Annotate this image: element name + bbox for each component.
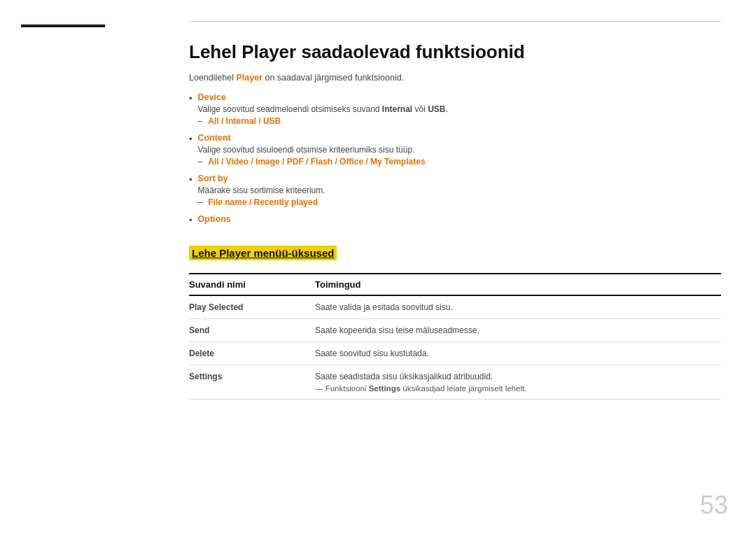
row-action-play-selected: Saate valida ja esitada soovitud sisu.: [315, 295, 721, 319]
content-area: Lehel Player saadaolevad funktsioonid Lo…: [161, 0, 756, 534]
bullet-dot-1: •: [189, 93, 192, 104]
dash-sortby: –: [198, 197, 203, 207]
table-row-settings: Settings Saate seadistada sisu üksikasja…: [189, 365, 721, 400]
row-name-send: Send: [189, 319, 315, 342]
sub-text-content: All / Video / Image / PDF / Flash / Offi…: [208, 157, 425, 167]
note-after: üksikasdjad leiate järgmiselt lehelt.: [400, 384, 526, 393]
page-container: Lehel Player saadaolevad funktsioonid Lo…: [0, 0, 756, 534]
table-row-play-selected: Play Selected Saate valida ja esitada so…: [189, 295, 721, 319]
section2-heading-box: Lehe Player menüü-üksused: [189, 246, 337, 260]
bullet-desc-sortby: Määrake sisu sortimise kriteerium.: [198, 185, 326, 195]
settings-note: ― Funktsiooni Settings üksikasdjad leiat…: [315, 384, 721, 393]
page-number: 53: [700, 491, 728, 520]
row-name-settings: Settings: [189, 365, 315, 400]
top-line: [189, 21, 721, 22]
table-row-delete: Delete Saate soovitud sisu kustutada.: [189, 342, 721, 365]
intro-text: Loendilehel Player on saadaval järgmised…: [189, 73, 721, 83]
bullet-options: • Options: [189, 214, 721, 226]
bullet-label-content: Content: [198, 133, 426, 143]
row-action-send: Saate kopeerida sisu teise mäluseadmesse…: [315, 319, 721, 342]
desc-bold1-device: Internal: [382, 104, 412, 114]
sub-text-device: All / Internal / USB: [208, 116, 281, 126]
bullet-desc-device: Valige soovitud seadmeloendi otsimiseks …: [198, 104, 448, 114]
sidebar-bar: [21, 24, 105, 27]
note-bold: Settings: [369, 384, 400, 393]
bullet-content-sec: • Content Valige soovitud sisuloendi ots…: [189, 133, 721, 167]
main-title: Lehel Player saadaolevad funktsioonid: [189, 41, 721, 63]
intro-after: on saadaval järgmised funktsioonid.: [262, 73, 404, 83]
bullet-dot-3: •: [189, 174, 192, 185]
bullet-content-options: Options: [198, 214, 231, 226]
sub-item-content: – All / Video / Image / PDF / Flash / Of…: [198, 157, 426, 167]
bullet-content-device: Device Valige soovitud seadmeloendi otsi…: [198, 92, 448, 126]
dash-device: –: [198, 116, 203, 126]
bullet-content-content: Content Valige soovitud sisuloendi otsim…: [198, 133, 426, 167]
table-row-send: Send Saate kopeerida sisu teise mälusead…: [189, 319, 721, 342]
settings-action-text: Saate seadistada sisu üksikasjalikud atr…: [315, 372, 493, 381]
table-header-row: Suvandi nimi Toimingud: [189, 274, 721, 295]
row-name-play-selected: Play Selected: [189, 295, 315, 319]
desc-before-device: Valige soovitud seadmeloendi otsimiseks …: [198, 104, 382, 114]
row-action-delete: Saate soovitud sisu kustutada.: [315, 342, 721, 365]
dash-content: –: [198, 157, 203, 167]
menu-table: Suvandi nimi Toimingud Play Selected Saa…: [189, 273, 721, 400]
sub-item-sortby: – File name / Recently played: [198, 197, 326, 207]
row-name-delete: Delete: [189, 342, 315, 365]
sidebar: [0, 0, 161, 534]
section2-heading: Lehe Player menüü-üksused: [192, 247, 334, 259]
col-header-name: Suvandi nimi: [189, 274, 315, 295]
desc-mid-device: või: [412, 104, 428, 114]
bullet-dot-4: •: [189, 215, 192, 225]
desc-after-device: .: [446, 104, 448, 114]
sub-text-sortby: File name / Recently played: [208, 197, 318, 207]
bullet-label-sortby: Sort by: [198, 174, 326, 183]
desc-bold2-device: USB: [428, 104, 445, 114]
bullet-label-options: Options: [198, 214, 231, 224]
col-header-action: Toimingud: [315, 274, 721, 295]
bullet-dot-2: •: [189, 134, 192, 144]
note-before: ― Funktsiooni: [315, 384, 369, 393]
bullet-label-device: Device: [198, 92, 448, 102]
bullet-device: • Device Valige soovitud seadmeloendi ot…: [189, 92, 721, 126]
row-action-settings: Saate seadistada sisu üksikasjalikud atr…: [315, 365, 721, 400]
sub-item-device: – All / Internal / USB: [198, 116, 448, 126]
bullet-sortby: • Sort by Määrake sisu sortimise kriteer…: [189, 174, 721, 207]
intro-highlight: Player: [236, 73, 262, 83]
intro-before: Loendilehel: [189, 73, 236, 83]
bullet-content-sortby: Sort by Määrake sisu sortimise kriteeriu…: [198, 174, 326, 207]
bullet-desc-content: Valige soovitud sisuloendi otsimise krit…: [198, 145, 426, 155]
